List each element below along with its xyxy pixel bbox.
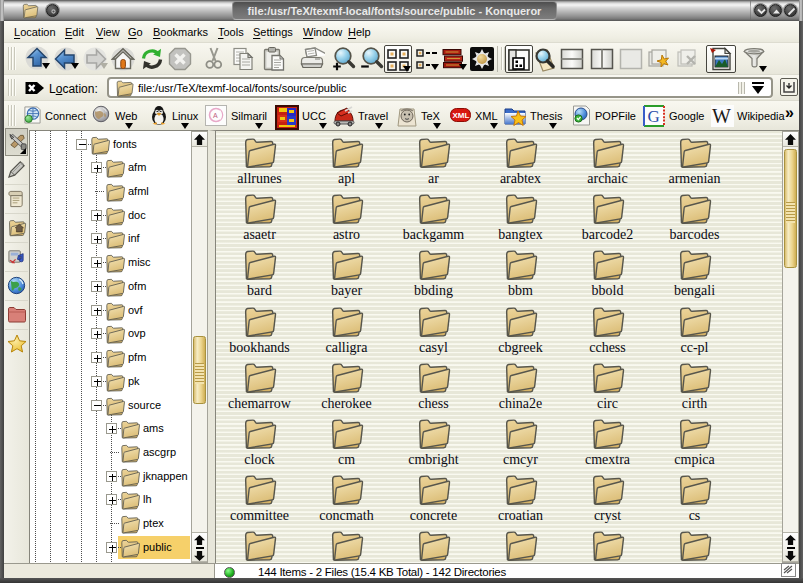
svg-text:A: A [213, 112, 218, 119]
svg-text:W: W [712, 105, 731, 127]
svg-text:XML: XML [453, 111, 470, 120]
svg-text:G: G [648, 107, 660, 126]
